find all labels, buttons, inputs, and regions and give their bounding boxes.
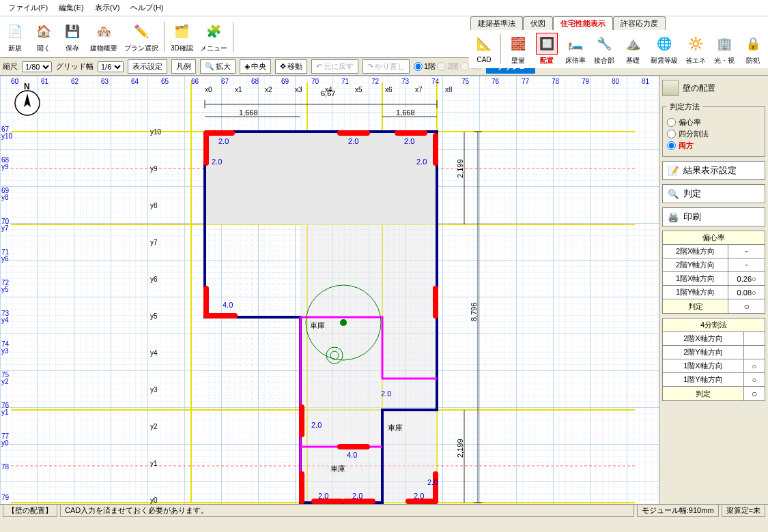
wall-qty-button[interactable]: 🧱壁量 [504,31,532,67]
move-button[interactable]: ✥移動 [275,59,307,74]
svg-text:63: 63 [101,78,109,85]
svg-text:x5: x5 [355,86,362,93]
layout-button-icon: 🔲 [536,33,558,55]
svg-text:8,796: 8,796 [470,302,478,321]
svg-text:y5: y5 [150,312,158,320]
svg-text:68: 68 [251,78,259,85]
main-toolbar: 📄新規🏠開く💾保存🏘️建物概要✏️プラン選択🗂️3D確認🧩メニュー 建築基準法伏… [0,16,768,58]
svg-text:78: 78 [1,463,10,471]
svg-text:y9: y9 [150,165,158,173]
tab-capacity[interactable]: 許容応力度 [613,16,666,30]
grid-select[interactable]: 1/6 [98,61,124,72]
cad-button[interactable]: 📐CAD [470,31,498,67]
print-button[interactable]: 🖨️印刷 [662,207,765,226]
status-module: モジュール幅:910mm [637,504,719,517]
zoom-in-button[interactable]: 🔍拡大 [200,59,236,74]
svg-text:79: 79 [1,494,10,501]
svg-text:x1: x1 [235,86,242,93]
result-display-settings-button[interactable]: 📝結果表示設定 [662,161,765,180]
undo-icon: ↶ [316,62,322,71]
joint-button[interactable]: 🔧接合部 [591,31,618,67]
svg-rect-18 [300,224,437,503]
svg-text:y1: y1 [1,409,9,416]
open-button[interactable]: 🏠開く [30,19,57,55]
building-outline-button[interactable]: 🏘️建物概要 [87,19,120,55]
svg-text:y10: y10 [150,128,162,136]
3d-confirm-button-icon: 🗂️ [171,20,193,42]
menu-view[interactable]: 表示(V) [89,1,126,14]
security-button-icon: 🔒 [742,33,764,55]
svg-text:1,668: 1,668 [396,108,415,117]
svg-text:81: 81 [642,78,650,85]
menu-file[interactable]: ファイル(F) [3,1,53,14]
display-settings-button[interactable]: 表示設定 [128,59,167,74]
seismic-button-icon: 🌐 [653,33,675,55]
plan-select-button-icon: ✏️ [130,20,152,42]
judge-button[interactable]: 🔍判定 [662,184,765,203]
joint-button-icon: 🔧 [593,33,615,55]
svg-text:77: 77 [522,78,530,85]
radio-quadrant[interactable] [667,130,676,138]
seismic-button[interactable]: 🌐耐震等級 [648,31,681,67]
redo-button[interactable]: ↷やり直し [362,59,410,74]
svg-text:N: N [24,82,30,91]
svg-text:76: 76 [492,78,500,85]
menu-help[interactable]: ヘルプ(H) [125,1,169,14]
undo-button[interactable]: ↶元に戻す [311,59,358,74]
menubar: ファイル(F) 編集(E) 表示(V) ヘルプ(H) [0,0,768,16]
svg-text:y8: y8 [1,194,9,201]
svg-text:x2: x2 [265,86,272,93]
center-button[interactable]: ◈中央 [240,59,271,74]
svg-text:y3: y3 [1,347,9,355]
center-icon: ◈ [244,62,250,71]
svg-text:69: 69 [281,78,289,85]
open-button-icon: 🏠 [33,20,55,42]
svg-text:65: 65 [161,78,169,85]
svg-text:67: 67 [221,78,229,85]
scale-select[interactable]: 1/80 [22,61,52,72]
save-button[interactable]: 💾保存 [59,19,86,55]
svg-text:4.0: 4.0 [347,451,357,459]
svg-text:2.0: 2.0 [348,137,358,145]
svg-text:x8: x8 [445,86,453,93]
floor-plan-canvas[interactable]: N [0,76,659,504]
radio-eccentricity[interactable] [667,118,676,127]
svg-point-39 [340,319,347,326]
wall-layout-icon [662,80,679,96]
tab-building-law[interactable]: 建築基準法 [470,16,523,30]
svg-text:60: 60 [11,78,19,85]
svg-text:2.0: 2.0 [404,137,414,145]
foundation-button-icon: ⛰️ [622,33,644,55]
status-beam: 梁算定=未 [722,504,765,517]
menu-button[interactable]: 🧩メニュー [197,19,230,55]
3d-confirm-button[interactable]: 🗂️3D確認 [168,19,196,55]
layout-button[interactable]: 🔲配置 [533,31,560,67]
svg-rect-17 [205,132,437,224]
svg-text:2.0: 2.0 [311,421,322,429]
settings-icon: 📝 [667,164,679,177]
new-button[interactable]: 📄新規 [1,19,29,55]
security-button[interactable]: 🔒防犯 [739,31,767,67]
tab-fuse[interactable]: 伏図 [523,16,553,30]
floor3-radio[interactable] [460,62,469,71]
energy-button[interactable]: 🔆省エネ [682,31,709,67]
svg-text:y4: y4 [1,316,9,324]
svg-text:2.0: 2.0 [416,158,427,166]
floor2-radio[interactable] [437,62,446,71]
legend-button[interactable]: 凡例 [171,59,196,74]
radio-both[interactable] [667,141,676,150]
light-button[interactable]: 🏢光・視 [711,31,738,67]
side-panel-title: 壁の配置 [683,83,715,94]
menu-edit[interactable]: 編集(E) [53,1,89,14]
foundation-button[interactable]: ⛰️基礎 [619,31,646,67]
plan-select-button[interactable]: ✏️プラン選択 [122,19,161,55]
floor1-radio[interactable] [414,62,423,71]
svg-text:y6: y6 [1,255,9,263]
judgment-method-group: 判定方法 偏心率 四分割法 両方 [662,102,765,157]
tab-performance[interactable]: 住宅性能表示 [553,16,613,30]
printer-icon: 🖨️ [667,211,679,223]
svg-text:2.0: 2.0 [318,492,328,500]
floor-ratio-button[interactable]: 🛏️床倍率 [562,31,589,67]
judge-icon: 🔍 [667,188,679,200]
svg-text:62: 62 [71,78,79,85]
